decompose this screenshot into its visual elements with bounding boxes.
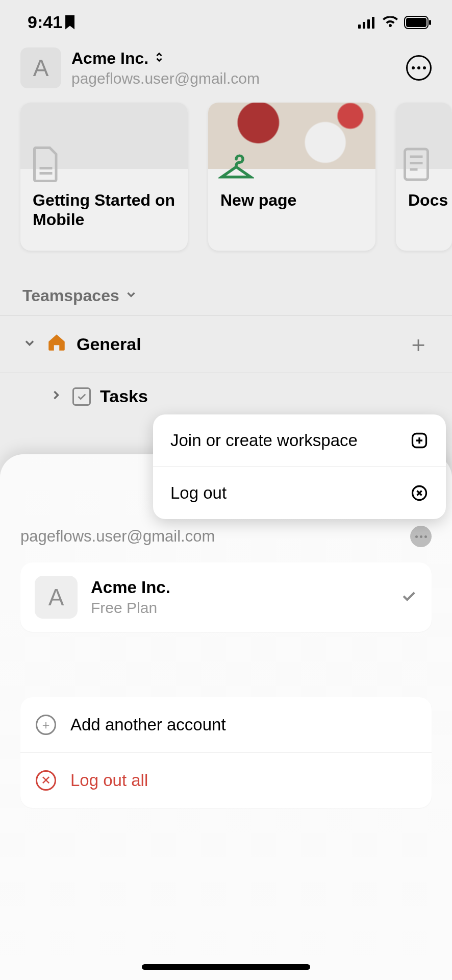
page-card[interactable]: Getting Started on Mobile (20, 103, 188, 251)
page-card[interactable]: Docs (396, 103, 452, 251)
svg-rect-1 (363, 22, 365, 29)
account-sheet: pageflows.user@gmail.com A Acme Inc. Fre… (0, 454, 452, 980)
logout-all-button[interactable]: ✕ Log out all (20, 752, 432, 808)
page-name: Tasks (100, 386, 148, 406)
card-title: Docs (408, 190, 440, 210)
workspace-header: A Acme Inc. pageflows.user@gmail.com (0, 37, 452, 103)
plus-square-icon (410, 431, 429, 450)
workspace-options-popup: Join or create workspace Log out (153, 414, 446, 519)
teamspace-name: General (77, 334, 141, 354)
popup-item-label: Join or create workspace (170, 431, 358, 450)
cellular-icon (358, 16, 376, 29)
sheet-email: pageflows.user@gmail.com (20, 527, 215, 546)
hanger-icon (218, 152, 254, 184)
page-card[interactable]: New page (208, 103, 375, 251)
account-more-button[interactable] (410, 526, 432, 547)
status-indicators (358, 16, 432, 29)
checkmark-icon (400, 587, 417, 607)
recent-cards: Getting Started on Mobile New page Docs (0, 103, 452, 251)
document-icon (401, 146, 432, 184)
svg-rect-0 (358, 24, 361, 29)
wifi-icon (382, 16, 399, 29)
close-circle-icon (410, 484, 429, 502)
workspace-select-row[interactable]: A Acme Inc. Free Plan (20, 562, 432, 632)
battery-icon (404, 16, 432, 29)
card-title: Getting Started on Mobile (33, 190, 175, 230)
home-icon (46, 332, 67, 357)
status-time: 9:41 (28, 12, 62, 32)
option-label: Add another account (70, 715, 226, 734)
workspace-name: Acme Inc. (71, 49, 148, 68)
workspace-email: pageflows.user@gmail.com (71, 70, 406, 87)
checkbox-icon (72, 387, 91, 406)
teamspaces-toggle[interactable]: Teamspaces (0, 251, 452, 315)
plus-circle-icon: ＋ (36, 715, 56, 735)
workspace-avatar[interactable]: A (20, 47, 61, 88)
chevron-down-icon[interactable] (22, 334, 37, 354)
svg-rect-3 (372, 17, 374, 29)
svg-rect-6 (429, 20, 431, 25)
workspace-avatar: A (35, 576, 78, 619)
close-circle-icon: ✕ (36, 770, 56, 791)
card-title: New page (220, 190, 363, 210)
workspace-plan: Free Plan (91, 599, 170, 617)
workspace-name: Acme Inc. (91, 578, 170, 597)
bookmark-icon (65, 15, 74, 30)
workspace-switcher[interactable]: Acme Inc. pageflows.user@gmail.com (71, 49, 406, 87)
svg-rect-2 (367, 19, 370, 29)
logout-button[interactable]: Log out (153, 467, 446, 519)
teamspace-row-general[interactable]: General ＋ (0, 315, 452, 373)
popup-item-label: Log out (170, 483, 227, 503)
add-account-button[interactable]: ＋ Add another account (20, 697, 432, 752)
home-indicator[interactable] (142, 964, 310, 970)
page-row-tasks[interactable]: Tasks (0, 373, 452, 420)
option-label: Log out all (70, 771, 148, 790)
chevron-right-icon[interactable] (49, 386, 63, 406)
svg-rect-5 (406, 18, 426, 27)
section-label-text: Teamspaces (22, 286, 119, 305)
page-icon (31, 146, 61, 184)
join-create-workspace-button[interactable]: Join or create workspace (153, 414, 446, 467)
more-button[interactable] (406, 55, 432, 81)
status-bar: 9:41 (0, 0, 452, 37)
status-time-group: 9:41 (28, 12, 74, 32)
account-actions: ＋ Add another account ✕ Log out all (20, 697, 432, 808)
chevron-updown-icon (154, 52, 165, 65)
add-page-button[interactable]: ＋ (407, 329, 430, 359)
chevron-down-icon (124, 286, 138, 305)
